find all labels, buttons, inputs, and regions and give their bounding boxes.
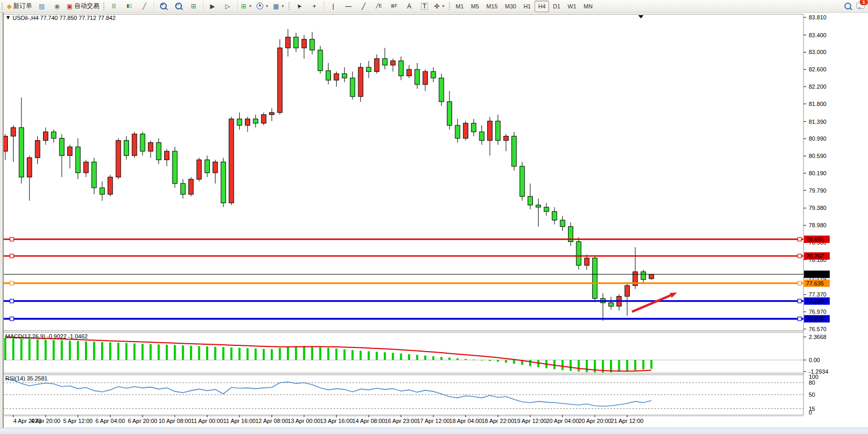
autotrading-button[interactable]: ▣自动交易 xyxy=(65,1,101,12)
timeframe-h1-button[interactable]: H1 xyxy=(520,1,534,12)
notifications-button[interactable]: 1 xyxy=(856,2,865,11)
vertical-line-button[interactable]: | xyxy=(326,1,341,12)
timeframe-mn-button[interactable]: MN xyxy=(580,1,596,12)
svg-text:5 Apr 12:00: 5 Apr 12:00 xyxy=(63,418,92,424)
macd-bar xyxy=(158,344,160,360)
timeframe-h4-button[interactable]: H4 xyxy=(534,1,549,12)
toolbar-group-handle[interactable] xyxy=(288,2,291,10)
macd-bar xyxy=(513,360,515,364)
toolbar-group-handle[interactable] xyxy=(1,2,4,10)
chart-canvas[interactable]: 83.81083.40083.00082.60082.20081.80081.3… xyxy=(0,0,868,434)
macd-bar xyxy=(634,360,636,370)
charts-window-icon: ▤ xyxy=(39,3,45,9)
price-badge-label: 78.656 xyxy=(806,236,824,242)
macd-bar xyxy=(254,348,256,360)
macd-bar xyxy=(117,343,120,360)
candle-body xyxy=(503,136,508,140)
timeframe-m15-button[interactable]: M15 xyxy=(483,1,501,12)
vertical-line-icon: | xyxy=(333,3,334,9)
toolbar-separator xyxy=(237,2,238,10)
text-button[interactable]: A xyxy=(402,1,417,12)
channel-button[interactable]: ╱E xyxy=(371,1,387,12)
market-watch-button[interactable]: ▤ xyxy=(34,1,49,12)
price-badge-label: 76.808 xyxy=(806,315,824,322)
new-chart-icon: ⊞ xyxy=(241,3,247,9)
candle-body xyxy=(237,119,242,125)
candle-body xyxy=(11,128,16,136)
zoom-out-button[interactable]: − xyxy=(171,1,186,12)
trendline-button[interactable]: ╱ xyxy=(356,1,371,12)
toolbar-group-handle[interactable] xyxy=(448,2,451,10)
candle-body xyxy=(19,128,24,177)
tile-windows-button[interactable]: ⊞ xyxy=(186,1,201,12)
candlestick-icon: ▮▯ xyxy=(126,4,132,8)
bar-chart-button[interactable]: ||| xyxy=(106,1,122,12)
svg-text:83.810: 83.810 xyxy=(809,14,827,20)
template-icon: ▦ xyxy=(273,3,279,9)
timeframe-m5-button[interactable]: M5 xyxy=(467,1,483,12)
time-axis[interactable]: 4 Apr 20234 Apr 20:005 Apr 12:006 Apr 04… xyxy=(13,415,644,424)
zoom-in-button[interactable]: + xyxy=(156,1,171,12)
candle-body xyxy=(44,132,48,140)
horizontal-line-button[interactable]: — xyxy=(341,1,356,12)
chart-dropdown-icon[interactable]: ▼ xyxy=(5,14,11,20)
timeframe-w1-button[interactable]: W1 xyxy=(564,1,580,12)
chart-shift-button[interactable]: ▷ xyxy=(220,1,235,12)
periods-button[interactable]: ▼ xyxy=(254,1,271,12)
toolbar-group-handle[interactable] xyxy=(103,2,105,10)
candle-body xyxy=(512,136,517,166)
search-icon[interactable] xyxy=(844,3,851,9)
timeframe-m30-button[interactable]: M30 xyxy=(501,1,520,12)
line-handle xyxy=(798,281,801,285)
candle-body xyxy=(552,211,557,220)
zoom-in-icon: + xyxy=(160,3,167,9)
macd-bar xyxy=(335,348,337,360)
fibonacci-button[interactable]: ≣F xyxy=(387,1,402,12)
timeframe-m1-button[interactable]: M1 xyxy=(452,1,467,12)
candle-body xyxy=(205,160,210,173)
svg-text:80.990: 80.990 xyxy=(809,135,827,142)
macd-bar xyxy=(456,358,458,360)
toolbar-separator xyxy=(203,2,203,10)
candlestick-chart-button[interactable]: ▮▯ xyxy=(122,1,137,12)
arrow-annotation[interactable] xyxy=(632,293,677,312)
auto-scroll-button[interactable]: ▶ xyxy=(205,1,220,12)
symbol-ohlc-label: USOil-,H4 77.740 77.850 77.712 77.842 xyxy=(13,15,115,21)
macd-bar xyxy=(109,342,111,360)
signals-button[interactable]: ◉ xyxy=(49,1,65,12)
macd-bar xyxy=(351,350,353,360)
candle-body xyxy=(374,59,379,72)
cursor-button[interactable]: ➤ xyxy=(292,1,307,12)
crosshair-button[interactable]: + xyxy=(307,1,322,12)
new-chart-button[interactable]: ⊞▼ xyxy=(239,1,254,12)
candle-body xyxy=(407,69,412,76)
macd-bar xyxy=(93,342,95,360)
macd-bar xyxy=(594,360,596,373)
arrow-objects-icon: ✣ xyxy=(434,3,440,9)
candle-body xyxy=(132,134,137,155)
channel-icon: ╱E xyxy=(376,4,382,8)
macd-bar xyxy=(319,347,322,360)
macd-bar xyxy=(368,351,370,360)
macd-bar xyxy=(61,340,63,360)
svg-text:16 Apr 23:00: 16 Apr 23:00 xyxy=(384,418,417,424)
new-order-button[interactable]: ◆新订单 xyxy=(5,1,34,12)
line-chart-button[interactable]: ╱ xyxy=(137,1,152,12)
indicator-axes: 2.36680.00-1.29341008050150 xyxy=(803,334,828,416)
new-order-icon: ◆ xyxy=(7,3,12,9)
candle-body xyxy=(560,220,565,226)
price-levels[interactable]: 78.65678.26777.84277.63577.22076.808 xyxy=(3,236,830,323)
candle-body xyxy=(189,179,194,194)
scroll-shift-marker-icon[interactable] xyxy=(638,15,644,18)
candle-body xyxy=(479,132,484,140)
template-button[interactable]: ▦▼ xyxy=(271,1,287,12)
timeframe-d1-button[interactable]: D1 xyxy=(549,1,564,12)
macd-bar xyxy=(497,360,499,362)
rsi-level-lines xyxy=(3,383,803,408)
svg-text:13 Apr 16:00: 13 Apr 16:00 xyxy=(320,418,352,424)
text-icon: A xyxy=(407,3,411,9)
tile-windows-icon: ⊞ xyxy=(191,3,196,9)
candle-body xyxy=(84,162,89,173)
text-label-button[interactable]: T xyxy=(417,1,432,12)
arrow-objects-button[interactable]: ✣▼ xyxy=(432,1,447,12)
